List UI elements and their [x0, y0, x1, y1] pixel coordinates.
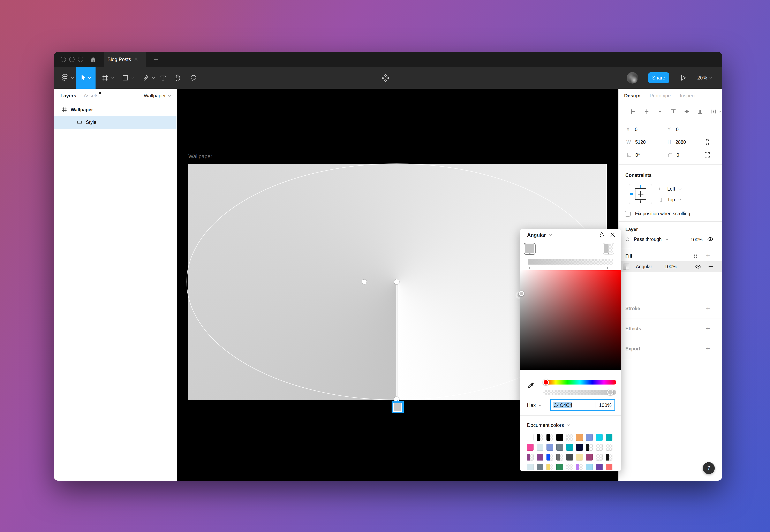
present-play-icon[interactable] [678, 67, 688, 89]
color-swatch[interactable] [596, 464, 603, 470]
new-tab-icon[interactable] [153, 56, 159, 62]
layer-row-wallpaper[interactable]: Wallpaper [54, 104, 176, 116]
pen-tool-chevron-icon[interactable] [151, 67, 156, 89]
color-swatch[interactable] [606, 454, 612, 461]
comment-tool-button[interactable] [189, 67, 198, 89]
gradient-stop-end[interactable] [603, 243, 614, 254]
hue-slider-handle[interactable] [543, 379, 549, 385]
color-swatch[interactable] [546, 454, 553, 461]
fix-position-checkbox[interactable] [625, 211, 631, 216]
selected-gradient-stop-handle[interactable] [392, 401, 404, 413]
color-swatch[interactable] [596, 444, 603, 451]
color-blend-droplet-icon[interactable] [599, 232, 605, 238]
frame-tool-chevron-icon[interactable] [110, 67, 115, 89]
align-right-icon[interactable] [657, 109, 663, 114]
alpha-slider[interactable] [543, 390, 616, 395]
color-swatch[interactable] [537, 434, 543, 441]
color-swatch[interactable] [556, 454, 563, 461]
align-horizontal-center-icon[interactable] [644, 109, 650, 114]
color-swatch[interactable] [566, 444, 573, 451]
shape-tool-button[interactable] [120, 67, 130, 89]
x-position-field[interactable]: X0 [626, 125, 637, 134]
vertical-constraint-select[interactable]: Top [659, 195, 681, 204]
color-swatch[interactable] [586, 464, 593, 470]
color-swatch[interactable] [527, 444, 534, 451]
color-swatch[interactable] [566, 434, 573, 441]
share-button[interactable]: Share [648, 72, 669, 83]
color-swatch[interactable] [586, 434, 593, 441]
color-swatch[interactable] [606, 464, 612, 470]
color-swatch[interactable] [527, 434, 534, 441]
tab-close-icon[interactable] [134, 57, 138, 61]
align-left-icon[interactable] [631, 109, 636, 114]
corner-radius-field[interactable]: 0 [667, 151, 679, 160]
color-swatch[interactable] [586, 454, 593, 461]
color-swatch[interactable] [606, 434, 612, 441]
saturation-brightness-field[interactable] [520, 270, 621, 370]
constrain-proportions-icon[interactable] [704, 138, 711, 146]
move-tool-button[interactable] [76, 67, 96, 89]
main-menu-chevron-icon[interactable] [70, 67, 75, 89]
rotation-field[interactable]: 0° [626, 151, 640, 160]
color-swatch[interactable] [596, 434, 603, 441]
align-top-icon[interactable] [671, 109, 676, 114]
color-swatch[interactable] [537, 454, 543, 461]
constraint-right-pin[interactable] [648, 194, 651, 194]
document-colors-header[interactable]: Document colors [527, 420, 570, 430]
independent-corners-icon[interactable] [704, 151, 711, 158]
color-swatch[interactable] [527, 454, 534, 461]
layer-opacity-value[interactable]: 100% [690, 237, 703, 243]
fill-opacity-value[interactable]: 100% [664, 264, 677, 269]
color-swatch[interactable] [556, 464, 563, 470]
fill-swatch-thumbnail[interactable] [623, 264, 629, 270]
fill-styles-icon[interactable] [693, 253, 699, 259]
height-field[interactable]: H2880 [667, 138, 686, 147]
avatar[interactable] [627, 72, 638, 84]
alpha-slider-handle[interactable] [607, 389, 613, 395]
page-selector[interactable]: Wallpaper [144, 89, 171, 103]
tab-prototype[interactable]: Prototype [650, 93, 671, 99]
zoom-level-control[interactable]: 20% [697, 67, 712, 89]
tab-inspect[interactable]: Inspect [680, 93, 696, 99]
align-bottom-icon[interactable] [697, 109, 703, 114]
color-field-cursor[interactable] [519, 291, 524, 296]
constraint-left-pin[interactable] [630, 193, 633, 195]
add-export-icon[interactable]: + [704, 345, 711, 352]
color-swatch[interactable] [576, 464, 583, 470]
color-swatch[interactable] [556, 434, 563, 441]
hue-slider[interactable] [543, 380, 616, 385]
alpha-input[interactable]: 100% [596, 402, 614, 408]
fill-row-angular[interactable]: Angular 100% [619, 261, 722, 272]
width-field[interactable]: W5120 [626, 138, 646, 147]
color-swatch[interactable] [537, 444, 543, 451]
tab-assets[interactable]: Assets [84, 93, 98, 99]
pen-tool-button[interactable] [141, 67, 151, 89]
traffic-light-minimize[interactable] [69, 57, 75, 62]
layer-row-style[interactable]: Style [54, 116, 176, 129]
color-swatch[interactable] [566, 464, 573, 470]
shape-tool-chevron-icon[interactable] [130, 67, 136, 89]
help-button[interactable]: ? [703, 462, 715, 474]
align-vertical-center-icon[interactable] [684, 109, 690, 114]
color-swatch[interactable] [537, 464, 543, 470]
remove-fill-icon[interactable] [709, 266, 713, 267]
gradient-preview-bar[interactable] [528, 259, 613, 265]
traffic-light-zoom[interactable] [78, 57, 83, 62]
tab-blog-posts[interactable]: Blog Posts [104, 52, 146, 67]
color-swatch[interactable] [546, 444, 553, 451]
layer-visibility-eye-icon[interactable] [707, 236, 714, 242]
hand-tool-button[interactable] [173, 67, 182, 89]
horizontal-constraint-select[interactable]: Left [659, 184, 682, 193]
color-format-select[interactable]: Hex [527, 399, 542, 411]
fill-visibility-eye-icon[interactable] [695, 263, 702, 270]
gradient-type-select[interactable]: Angular [527, 229, 552, 241]
tab-layers[interactable]: Layers [60, 93, 76, 99]
color-swatch[interactable] [527, 464, 534, 470]
gradient-stop-start[interactable] [524, 243, 535, 254]
color-swatch[interactable] [556, 444, 563, 451]
color-swatch[interactable] [546, 464, 553, 470]
eyedropper-icon[interactable] [527, 382, 534, 389]
color-swatch[interactable] [566, 454, 573, 461]
add-stroke-icon[interactable]: + [704, 305, 711, 312]
main-menu-icon[interactable] [59, 67, 71, 89]
